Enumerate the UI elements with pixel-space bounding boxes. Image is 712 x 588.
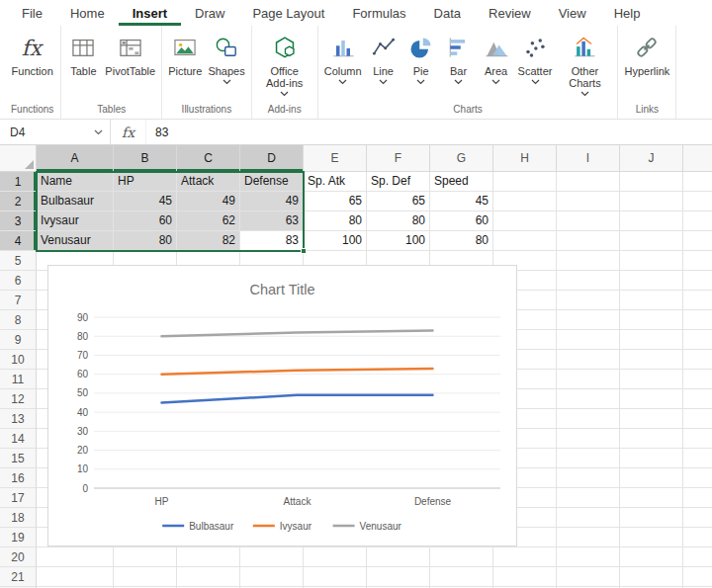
cell-I21[interactable] — [557, 567, 620, 587]
cell-H21[interactable] — [493, 567, 557, 587]
cell-J17[interactable] — [620, 488, 683, 508]
cell-C3[interactable]: 62 — [177, 211, 240, 231]
menu-tab-draw[interactable]: Draw — [181, 0, 238, 26]
cell-G4[interactable]: 80 — [430, 231, 493, 251]
cell-I18[interactable] — [557, 508, 620, 528]
cell-F21[interactable] — [367, 567, 430, 587]
cell-J9[interactable] — [620, 330, 683, 350]
cell-G2[interactable]: 45 — [430, 192, 493, 211]
cell-I9[interactable] — [557, 330, 620, 350]
row-header-9[interactable]: 9 — [0, 330, 37, 350]
chart-object[interactable]: 0102030405060708090HPAttackDefenseChart … — [47, 265, 517, 546]
row-header-20[interactable]: 20 — [0, 547, 37, 567]
cell-C1[interactable]: Attack — [177, 172, 240, 192]
menu-tab-formulas[interactable]: Formulas — [338, 0, 419, 26]
cell-D2[interactable]: 49 — [240, 192, 304, 211]
row-header-8[interactable]: 8 — [0, 310, 37, 330]
column-header-b[interactable]: B — [114, 145, 177, 172]
cell-J16[interactable] — [620, 468, 683, 488]
cell-F1[interactable]: Sp. Def — [367, 172, 430, 192]
cell-G3[interactable]: 60 — [430, 211, 493, 231]
cell-I20[interactable] — [557, 547, 620, 567]
cell-B1[interactable]: HP — [114, 172, 177, 192]
cell-A3[interactable]: Ivysaur — [37, 211, 114, 231]
cell-E4[interactable]: 100 — [304, 231, 367, 251]
insert-function-button[interactable]: fx — [111, 120, 146, 144]
cell-J18[interactable] — [620, 508, 683, 528]
cell-F20[interactable] — [367, 547, 430, 567]
cell-B21[interactable] — [114, 567, 177, 587]
formula-input[interactable]: 83 — [146, 120, 712, 144]
cell-A4[interactable]: Venusaur — [37, 231, 114, 251]
cell-E1[interactable]: Sp. Atk — [304, 172, 367, 192]
ribbon-button-area[interactable]: Area — [478, 31, 515, 87]
cell-B2[interactable]: 45 — [114, 192, 177, 211]
ribbon-button-pie[interactable]: Pie — [402, 31, 440, 87]
cell-J13[interactable] — [620, 409, 683, 429]
row-header-16[interactable]: 16 — [0, 468, 37, 488]
name-box[interactable]: D4 — [0, 120, 111, 144]
row-header-13[interactable]: 13 — [0, 409, 37, 429]
chart-title[interactable]: Chart Title — [249, 282, 314, 297]
row-header-11[interactable]: 11 — [0, 370, 37, 389]
row-header-12[interactable]: 12 — [0, 389, 37, 409]
cell-B20[interactable] — [114, 547, 177, 567]
cell-J20[interactable] — [620, 547, 683, 567]
column-header-i[interactable]: I — [557, 145, 620, 172]
cell-I10[interactable] — [557, 350, 620, 370]
menu-tab-review[interactable]: Review — [475, 0, 545, 26]
ribbon-button-pivottable[interactable]: PivotTable — [102, 31, 158, 79]
row-header-4[interactable]: 4 — [0, 231, 37, 251]
ribbon-button-hyperlink[interactable]: Hyperlink — [621, 31, 672, 79]
select-all-corner[interactable] — [0, 145, 37, 172]
row-header-18[interactable]: 18 — [0, 508, 37, 528]
cell-I16[interactable] — [557, 468, 620, 488]
cell-D21[interactable] — [240, 567, 304, 587]
row-header-14[interactable]: 14 — [0, 429, 37, 449]
column-header-h[interactable]: H — [493, 145, 557, 172]
cell-D1[interactable]: Defense — [240, 172, 304, 192]
series-line-bulbasaur[interactable] — [162, 395, 433, 403]
cell-J6[interactable] — [620, 271, 683, 291]
ribbon-button-line[interactable]: Line — [365, 31, 402, 87]
cell-B3[interactable]: 60 — [114, 211, 177, 231]
ribbon-button-function[interactable]: fxFunction — [9, 31, 56, 79]
ribbon-button-shapes[interactable]: Shapes — [205, 31, 247, 87]
ribbon-button-office-add-ins[interactable]: Office Add-ins — [255, 31, 314, 99]
row-header-15[interactable]: 15 — [0, 449, 37, 468]
cell-J4[interactable] — [620, 231, 683, 251]
cell-A20[interactable] — [37, 547, 114, 567]
cell-J8[interactable] — [620, 310, 683, 330]
cell-F2[interactable]: 65 — [367, 192, 430, 211]
cell-C2[interactable]: 49 — [177, 192, 240, 211]
cell-A21[interactable] — [37, 567, 114, 587]
cell-I4[interactable] — [557, 231, 620, 251]
row-header-2[interactable]: 2 — [0, 192, 37, 211]
cell-I17[interactable] — [557, 488, 620, 508]
cell-I3[interactable] — [557, 211, 620, 231]
column-header-c[interactable]: C — [177, 145, 240, 172]
cell-D3[interactable]: 63 — [240, 211, 304, 231]
cell-B4[interactable]: 80 — [114, 231, 177, 251]
row-header-10[interactable]: 10 — [0, 350, 37, 370]
column-header-a[interactable]: A — [37, 145, 114, 172]
row-header-19[interactable]: 19 — [0, 528, 37, 547]
cell-H4[interactable] — [493, 231, 557, 251]
cell-I1[interactable] — [557, 172, 620, 192]
cell-D20[interactable] — [240, 547, 304, 567]
cell-E20[interactable] — [304, 547, 367, 567]
cell-J1[interactable] — [620, 172, 683, 192]
cell-J14[interactable] — [620, 429, 683, 449]
cell-C20[interactable] — [177, 547, 240, 567]
column-header-d[interactable]: D — [240, 145, 304, 172]
cell-E21[interactable] — [304, 567, 367, 587]
cell-A2[interactable]: Bulbasaur — [37, 192, 114, 211]
legend-label-venusaur[interactable]: Venusaur — [360, 521, 402, 532]
cell-E2[interactable]: 65 — [304, 192, 367, 211]
cell-C4[interactable]: 82 — [177, 231, 240, 251]
menu-tab-page-layout[interactable]: Page Layout — [238, 0, 338, 26]
cell-H20[interactable] — [493, 547, 557, 567]
cell-I6[interactable] — [557, 271, 620, 291]
cell-G1[interactable]: Speed — [430, 172, 493, 192]
menu-tab-data[interactable]: Data — [420, 0, 475, 26]
